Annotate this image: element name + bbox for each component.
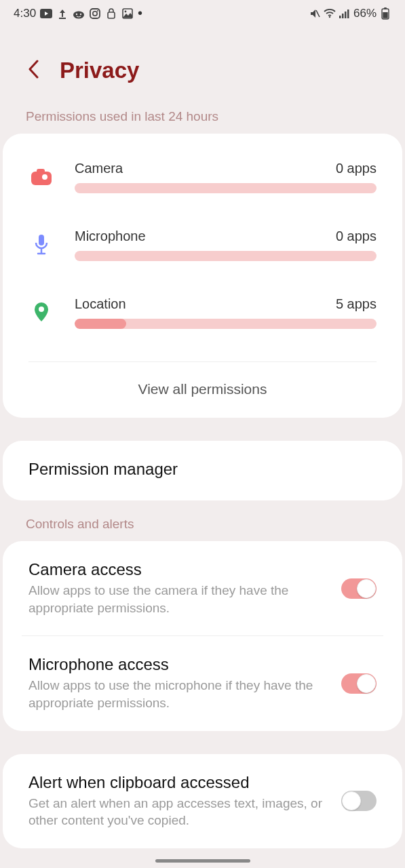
svg-rect-15 <box>345 12 347 18</box>
status-bar: 4:30 • 66% <box>0 0 405 24</box>
setting-title: Microphone access <box>28 655 328 674</box>
permission-content: Camera 0 apps <box>75 161 377 193</box>
svg-rect-8 <box>108 12 115 18</box>
battery-icon <box>379 7 391 20</box>
svg-point-12 <box>329 16 330 17</box>
svg-point-6 <box>93 11 97 15</box>
home-indicator[interactable] <box>155 859 250 863</box>
camera-access-item[interactable]: Camera access Allow apps to use the came… <box>3 541 402 635</box>
view-all-permissions[interactable]: View all permissions <box>3 362 402 418</box>
permission-count: 5 apps <box>336 296 377 312</box>
microphone-icon <box>28 235 54 255</box>
controls-card: Camera access Allow apps to use the came… <box>3 541 402 731</box>
svg-point-4 <box>80 13 81 14</box>
signal-icon <box>339 7 351 20</box>
svg-point-2 <box>73 11 84 18</box>
svg-rect-14 <box>342 14 344 18</box>
setting-subtitle: Allow apps to use the microphone if they… <box>28 677 328 711</box>
permission-name: Microphone <box>75 229 146 244</box>
gallery-icon <box>121 7 134 20</box>
svg-rect-1 <box>59 18 66 19</box>
svg-rect-20 <box>31 172 52 185</box>
reddit-icon <box>73 7 85 20</box>
location-icon <box>28 302 54 323</box>
permissions-card: Camera 0 apps Microphone 0 apps Location… <box>3 134 402 418</box>
setting-title: Camera access <box>28 560 328 579</box>
status-time: 4:30 <box>14 7 36 20</box>
svg-rect-13 <box>339 16 341 18</box>
svg-rect-19 <box>383 12 387 18</box>
status-right: 66% <box>309 7 391 20</box>
mute-icon <box>309 7 321 20</box>
battery-percent: 66% <box>353 7 377 20</box>
svg-point-26 <box>39 307 44 312</box>
microphone-access-item[interactable]: Microphone access Allow apps to use the … <box>3 636 402 730</box>
svg-rect-5 <box>90 9 100 18</box>
svg-point-22 <box>42 174 47 180</box>
header: Privacy <box>0 24 405 109</box>
svg-rect-23 <box>39 235 44 245</box>
svg-point-10 <box>125 10 127 12</box>
svg-rect-21 <box>37 169 45 173</box>
clipboard-alert-item[interactable]: Alert when clipboard accessed Get an ale… <box>3 754 402 848</box>
youtube-icon <box>40 7 52 20</box>
instagram-icon <box>89 7 101 20</box>
wifi-icon <box>324 7 336 20</box>
lock-icon <box>105 7 117 20</box>
permission-manager-card[interactable]: Permission manager <box>3 441 402 500</box>
setting-subtitle: Allow apps to use the camera if they hav… <box>28 582 328 616</box>
permission-row-location[interactable]: Location 5 apps <box>3 275 402 342</box>
permission-count: 0 apps <box>336 161 377 176</box>
permission-count: 0 apps <box>336 229 377 244</box>
section-label-permissions: Permissions used in last 24 hours <box>0 109 405 134</box>
permission-content: Location 5 apps <box>75 296 377 329</box>
back-icon[interactable] <box>27 60 41 81</box>
camera-access-toggle[interactable] <box>341 578 377 599</box>
permission-name: Location <box>75 296 126 312</box>
svg-rect-16 <box>347 9 349 18</box>
permission-row-camera[interactable]: Camera 0 apps <box>3 134 402 207</box>
setting-subtitle: Get an alert when an app accesses text, … <box>28 795 328 829</box>
svg-line-11 <box>316 10 320 17</box>
camera-icon <box>28 169 54 185</box>
page-title: Privacy <box>60 58 139 83</box>
permission-row-microphone[interactable]: Microphone 0 apps <box>3 207 402 275</box>
clipboard-card: Alert when clipboard accessed Get an ale… <box>3 754 402 848</box>
svg-point-7 <box>97 10 98 12</box>
section-label-controls: Controls and alerts <box>0 517 405 541</box>
permission-content: Microphone 0 apps <box>75 229 377 261</box>
status-left: 4:30 • <box>14 5 142 21</box>
setting-title: Alert when clipboard accessed <box>28 773 328 792</box>
svg-rect-18 <box>384 7 387 9</box>
permission-manager-title: Permission manager <box>28 460 363 479</box>
svg-point-3 <box>76 13 77 14</box>
permission-bar <box>75 251 377 261</box>
permission-bar <box>75 183 377 193</box>
permission-name: Camera <box>75 161 123 176</box>
upload-icon <box>56 7 69 20</box>
microphone-access-toggle[interactable] <box>341 673 377 694</box>
clipboard-alert-toggle[interactable] <box>341 791 377 811</box>
permission-bar <box>75 319 377 329</box>
more-dot-icon: • <box>138 5 142 21</box>
